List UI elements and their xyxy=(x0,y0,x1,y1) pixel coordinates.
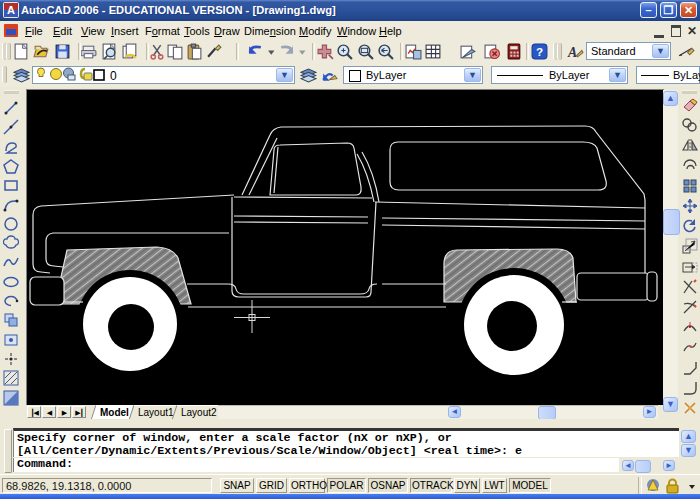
svg-text:A: A xyxy=(7,4,15,16)
svg-text:0: 0 xyxy=(110,69,117,83)
svg-text:A: A xyxy=(567,45,577,60)
svg-text:?: ? xyxy=(536,45,543,58)
